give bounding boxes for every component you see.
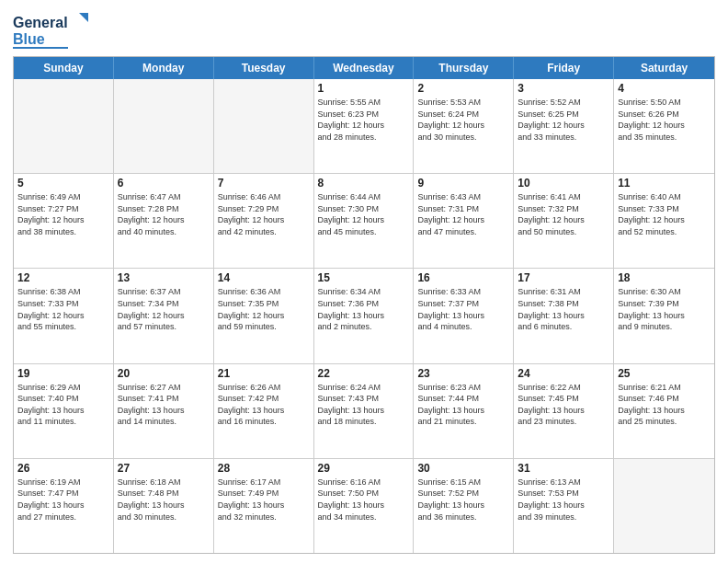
calendar-cell: 31Sunrise: 6:13 AM Sunset: 7:53 PM Dayli… bbox=[514, 459, 614, 553]
calendar-row-0: 1Sunrise: 5:55 AM Sunset: 6:23 PM Daylig… bbox=[14, 79, 714, 174]
day-number: 29 bbox=[318, 462, 410, 475]
day-info: Sunrise: 6:49 AM Sunset: 7:27 PM Dayligh… bbox=[17, 191, 109, 237]
calendar-cell: 11Sunrise: 6:40 AM Sunset: 7:33 PM Dayli… bbox=[614, 174, 714, 268]
page-container: General Blue SundayMondayTuesdayWednesda… bbox=[0, 0, 728, 563]
day-info: Sunrise: 5:53 AM Sunset: 6:24 PM Dayligh… bbox=[417, 97, 509, 143]
calendar-cell bbox=[14, 79, 114, 173]
day-number: 20 bbox=[118, 367, 210, 380]
day-number: 7 bbox=[218, 177, 310, 190]
calendar-row-3: 19Sunrise: 6:29 AM Sunset: 7:40 PM Dayli… bbox=[14, 364, 714, 459]
calendar-cell: 21Sunrise: 6:26 AM Sunset: 7:42 PM Dayli… bbox=[214, 364, 314, 458]
day-number: 2 bbox=[417, 82, 509, 95]
calendar-cell: 23Sunrise: 6:23 AM Sunset: 7:44 PM Dayli… bbox=[414, 364, 514, 458]
calendar-header: SundayMondayTuesdayWednesdayThursdayFrid… bbox=[14, 57, 714, 79]
calendar-cell bbox=[614, 459, 714, 553]
day-number: 22 bbox=[318, 367, 410, 380]
logo: General Blue bbox=[13, 9, 96, 51]
day-number: 23 bbox=[417, 367, 509, 380]
day-number: 11 bbox=[618, 177, 711, 190]
day-info: Sunrise: 6:33 AM Sunset: 7:37 PM Dayligh… bbox=[417, 286, 509, 332]
calendar-cell: 20Sunrise: 6:27 AM Sunset: 7:41 PM Dayli… bbox=[114, 364, 214, 458]
calendar-cell: 1Sunrise: 5:55 AM Sunset: 6:23 PM Daylig… bbox=[314, 79, 415, 173]
page-header: General Blue bbox=[13, 9, 715, 51]
day-info: Sunrise: 6:38 AM Sunset: 7:33 PM Dayligh… bbox=[17, 286, 109, 332]
day-info: Sunrise: 6:13 AM Sunset: 7:53 PM Dayligh… bbox=[518, 477, 609, 523]
day-info: Sunrise: 6:44 AM Sunset: 7:30 PM Dayligh… bbox=[318, 191, 410, 237]
calendar-cell: 24Sunrise: 6:22 AM Sunset: 7:45 PM Dayli… bbox=[514, 364, 614, 458]
weekday-header-saturday: Saturday bbox=[614, 57, 714, 79]
day-number: 18 bbox=[618, 271, 711, 284]
day-number: 27 bbox=[118, 462, 210, 475]
calendar-cell: 5Sunrise: 6:49 AM Sunset: 7:27 PM Daylig… bbox=[14, 174, 114, 268]
calendar-cell: 15Sunrise: 6:34 AM Sunset: 7:36 PM Dayli… bbox=[314, 269, 415, 362]
calendar-cell: 4Sunrise: 5:50 AM Sunset: 6:26 PM Daylig… bbox=[614, 79, 714, 173]
day-number: 16 bbox=[417, 271, 509, 284]
calendar-cell bbox=[214, 79, 314, 173]
calendar-body: 1Sunrise: 5:55 AM Sunset: 6:23 PM Daylig… bbox=[14, 79, 714, 553]
calendar-cell: 2Sunrise: 5:53 AM Sunset: 6:24 PM Daylig… bbox=[414, 79, 514, 173]
calendar-cell: 18Sunrise: 6:30 AM Sunset: 7:39 PM Dayli… bbox=[614, 269, 714, 362]
calendar-cell: 3Sunrise: 5:52 AM Sunset: 6:25 PM Daylig… bbox=[514, 79, 614, 173]
day-info: Sunrise: 6:26 AM Sunset: 7:42 PM Dayligh… bbox=[218, 382, 310, 428]
day-info: Sunrise: 5:55 AM Sunset: 6:23 PM Dayligh… bbox=[318, 97, 410, 143]
weekday-header-sunday: Sunday bbox=[14, 57, 114, 79]
weekday-header-tuesday: Tuesday bbox=[214, 57, 314, 79]
calendar-cell bbox=[114, 79, 214, 173]
calendar-cell: 13Sunrise: 6:37 AM Sunset: 7:34 PM Dayli… bbox=[114, 269, 214, 362]
day-number: 9 bbox=[417, 177, 509, 190]
day-number: 6 bbox=[118, 177, 210, 190]
svg-text:Blue: Blue bbox=[13, 31, 45, 47]
calendar-cell: 8Sunrise: 6:44 AM Sunset: 7:30 PM Daylig… bbox=[314, 174, 415, 268]
day-info: Sunrise: 6:17 AM Sunset: 7:49 PM Dayligh… bbox=[218, 477, 310, 523]
weekday-header-wednesday: Wednesday bbox=[314, 57, 415, 79]
day-number: 21 bbox=[218, 367, 310, 380]
calendar: SundayMondayTuesdayWednesdayThursdayFrid… bbox=[13, 56, 715, 554]
weekday-header-friday: Friday bbox=[514, 57, 614, 79]
day-info: Sunrise: 6:19 AM Sunset: 7:47 PM Dayligh… bbox=[17, 477, 109, 523]
calendar-cell: 28Sunrise: 6:17 AM Sunset: 7:49 PM Dayli… bbox=[214, 459, 314, 553]
day-number: 15 bbox=[318, 271, 410, 284]
day-info: Sunrise: 6:47 AM Sunset: 7:28 PM Dayligh… bbox=[118, 191, 210, 237]
day-info: Sunrise: 6:15 AM Sunset: 7:52 PM Dayligh… bbox=[417, 477, 509, 523]
logo-svg: General Blue bbox=[13, 9, 96, 51]
day-info: Sunrise: 6:37 AM Sunset: 7:34 PM Dayligh… bbox=[118, 286, 210, 332]
calendar-cell: 27Sunrise: 6:18 AM Sunset: 7:48 PM Dayli… bbox=[114, 459, 214, 553]
day-info: Sunrise: 6:36 AM Sunset: 7:35 PM Dayligh… bbox=[218, 286, 310, 332]
calendar-cell: 7Sunrise: 6:46 AM Sunset: 7:29 PM Daylig… bbox=[214, 174, 314, 268]
day-info: Sunrise: 6:21 AM Sunset: 7:46 PM Dayligh… bbox=[618, 382, 711, 428]
day-info: Sunrise: 6:27 AM Sunset: 7:41 PM Dayligh… bbox=[118, 382, 210, 428]
day-info: Sunrise: 6:30 AM Sunset: 7:39 PM Dayligh… bbox=[618, 286, 711, 332]
day-info: Sunrise: 5:50 AM Sunset: 6:26 PM Dayligh… bbox=[618, 97, 711, 143]
day-number: 26 bbox=[17, 462, 109, 475]
weekday-header-thursday: Thursday bbox=[414, 57, 514, 79]
day-number: 24 bbox=[518, 367, 609, 380]
day-number: 17 bbox=[518, 271, 609, 284]
calendar-cell: 22Sunrise: 6:24 AM Sunset: 7:43 PM Dayli… bbox=[314, 364, 415, 458]
day-info: Sunrise: 6:34 AM Sunset: 7:36 PM Dayligh… bbox=[318, 286, 410, 332]
calendar-cell: 29Sunrise: 6:16 AM Sunset: 7:50 PM Dayli… bbox=[314, 459, 415, 553]
day-info: Sunrise: 6:31 AM Sunset: 7:38 PM Dayligh… bbox=[518, 286, 609, 332]
calendar-cell: 12Sunrise: 6:38 AM Sunset: 7:33 PM Dayli… bbox=[14, 269, 114, 362]
calendar-cell: 10Sunrise: 6:41 AM Sunset: 7:32 PM Dayli… bbox=[514, 174, 614, 268]
calendar-cell: 16Sunrise: 6:33 AM Sunset: 7:37 PM Dayli… bbox=[414, 269, 514, 362]
svg-text:General: General bbox=[13, 15, 68, 30]
calendar-cell: 9Sunrise: 6:43 AM Sunset: 7:31 PM Daylig… bbox=[414, 174, 514, 268]
day-info: Sunrise: 6:24 AM Sunset: 7:43 PM Dayligh… bbox=[318, 382, 410, 428]
day-number: 8 bbox=[318, 177, 410, 190]
day-info: Sunrise: 6:29 AM Sunset: 7:40 PM Dayligh… bbox=[17, 382, 109, 428]
calendar-cell: 30Sunrise: 6:15 AM Sunset: 7:52 PM Dayli… bbox=[414, 459, 514, 553]
day-number: 14 bbox=[218, 271, 310, 284]
day-info: Sunrise: 6:40 AM Sunset: 7:33 PM Dayligh… bbox=[618, 191, 711, 237]
calendar-cell: 19Sunrise: 6:29 AM Sunset: 7:40 PM Dayli… bbox=[14, 364, 114, 458]
day-number: 12 bbox=[17, 271, 109, 284]
day-info: Sunrise: 6:23 AM Sunset: 7:44 PM Dayligh… bbox=[417, 382, 509, 428]
weekday-header-monday: Monday bbox=[114, 57, 214, 79]
day-info: Sunrise: 6:16 AM Sunset: 7:50 PM Dayligh… bbox=[318, 477, 410, 523]
day-info: Sunrise: 6:18 AM Sunset: 7:48 PM Dayligh… bbox=[118, 477, 210, 523]
day-number: 28 bbox=[218, 462, 310, 475]
day-number: 10 bbox=[518, 177, 609, 190]
day-number: 19 bbox=[17, 367, 109, 380]
day-number: 30 bbox=[417, 462, 509, 475]
day-info: Sunrise: 6:22 AM Sunset: 7:45 PM Dayligh… bbox=[518, 382, 609, 428]
calendar-cell: 25Sunrise: 6:21 AM Sunset: 7:46 PM Dayli… bbox=[614, 364, 714, 458]
